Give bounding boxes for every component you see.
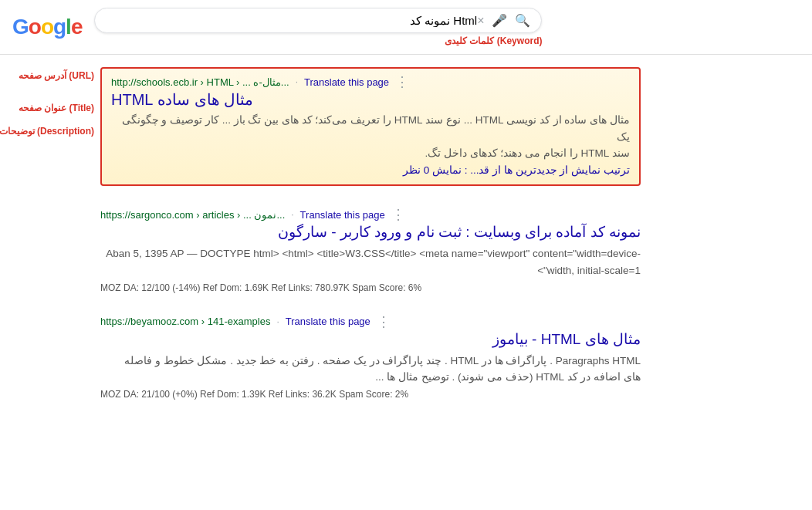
result-item: https://sargonco.com › articles › ... نم…	[100, 208, 641, 292]
logo-o1: o	[29, 15, 41, 39]
logo-g2: g	[53, 15, 66, 39]
result-desc-line2: سند HTML را انجام می دهند؛ کدهای داخل تگ…	[111, 145, 630, 162]
result-description: Aban 5, 1395 AP — DOCTYPE html> <html> <…	[100, 245, 641, 279]
result-url: https://beyamooz.com › 141-examples	[100, 316, 270, 327]
desc-annotation: (Description) توضیحات	[0, 126, 94, 137]
result-description: مثال های ساده از کد نویسی HTML ... نوع س…	[111, 112, 630, 178]
result-desc-line1: Aban 5, 1395 AP — DOCTYPE html> <html> <…	[100, 245, 641, 279]
result-url: http://schools.ecb.ir › HTML › ... مثال-…	[111, 76, 289, 88]
result-url-row: http://schools.ecb.ir › HTML › ... مثال-…	[111, 75, 630, 89]
result-description: Paragraphs HTML . پاراگراف ها در HTML . …	[100, 353, 641, 386]
result-url: https://sargonco.com › articles › ... نم…	[100, 209, 285, 221]
google-logo: Google	[12, 15, 82, 39]
results-content: http://schools.ecb.ir › HTML › ... مثال-…	[100, 67, 812, 421]
title-annotation: (Title) عنوان صفحه	[0, 103, 94, 113]
clear-icon[interactable]: ×	[477, 14, 484, 28]
result-desc-line1: Paragraphs HTML . پاراگراف ها در HTML . …	[100, 353, 641, 370]
result-meta: MOZ DA: 12/100 (-14%) Ref Dom: 1.69K Ref…	[100, 282, 641, 293]
translate-link[interactable]: Translate this page	[286, 316, 370, 327]
result-item: https://beyamooz.com › 141-examples · Tr…	[100, 315, 641, 400]
logo-e: e	[71, 15, 83, 39]
logo-o2: o	[41, 15, 53, 39]
keyword-label: (Keyword) کلمات کلیدی	[94, 35, 542, 46]
result-title-link[interactable]: مثال های HTML - بیاموز	[100, 330, 641, 348]
mic-icon[interactable]: 🎤	[492, 13, 507, 28]
search-icon[interactable]: 🔍	[515, 13, 530, 28]
translate-link[interactable]: Translate this page	[304, 76, 389, 88]
header: Google × 🎤 🔍 (Keyword) کلمات کلیدی	[0, 0, 812, 55]
result-meta: MOZ DA: 21/100 (+0%) Ref Dom: 1.39K Ref …	[100, 389, 641, 400]
more-options-icon[interactable]: ⋮	[377, 315, 391, 329]
url-separator: ·	[276, 316, 279, 327]
more-options-icon[interactable]: ⋮	[391, 208, 405, 221]
result-url-row: https://beyamooz.com › 141-examples · Tr…	[100, 315, 641, 329]
url-separator: ·	[291, 209, 293, 220]
url-annotation: (URL) آدرس صفحه	[0, 70, 94, 81]
result-desc-line1: مثال های ساده از کد نویسی HTML ... نوع س…	[111, 112, 630, 145]
search-input-icons: × 🎤 🔍	[477, 13, 530, 28]
url-separator: ·	[296, 76, 298, 87]
search-input-row[interactable]: × 🎤 🔍	[94, 8, 542, 33]
results-area: (URL) آدرس صفحه (Title) عنوان صفحه (Desc…	[0, 55, 812, 421]
result-desc-line2: های اضافه در کد HTML (حذف می شوند) . توض…	[100, 369, 641, 386]
logo-g: G	[12, 15, 29, 39]
result-desc-line3: ترتیب نمایش از جدیدترین ها از قد... : نم…	[111, 162, 630, 179]
search-input[interactable]	[106, 14, 477, 27]
result-title-link[interactable]: مثال های ساده HTML	[111, 90, 253, 109]
result-item: http://schools.ecb.ir › HTML › ... مثال-…	[100, 67, 641, 186]
more-options-icon[interactable]: ⋮	[395, 75, 409, 89]
first-result-highlighted-box: http://schools.ecb.ir › HTML › ... مثال-…	[100, 67, 641, 186]
translate-link[interactable]: Translate this page	[300, 209, 385, 221]
logo-l: l	[66, 15, 71, 39]
result-url-row: https://sargonco.com › articles › ... نم…	[100, 208, 641, 221]
search-bar-wrap: × 🎤 🔍 (Keyword) کلمات کلیدی	[94, 8, 542, 46]
annotations-column: (URL) آدرس صفحه (Title) عنوان صفحه (Desc…	[0, 67, 100, 421]
result-title-link[interactable]: نمونه کد آماده برای وبسایت : ثبت نام و و…	[100, 223, 641, 241]
